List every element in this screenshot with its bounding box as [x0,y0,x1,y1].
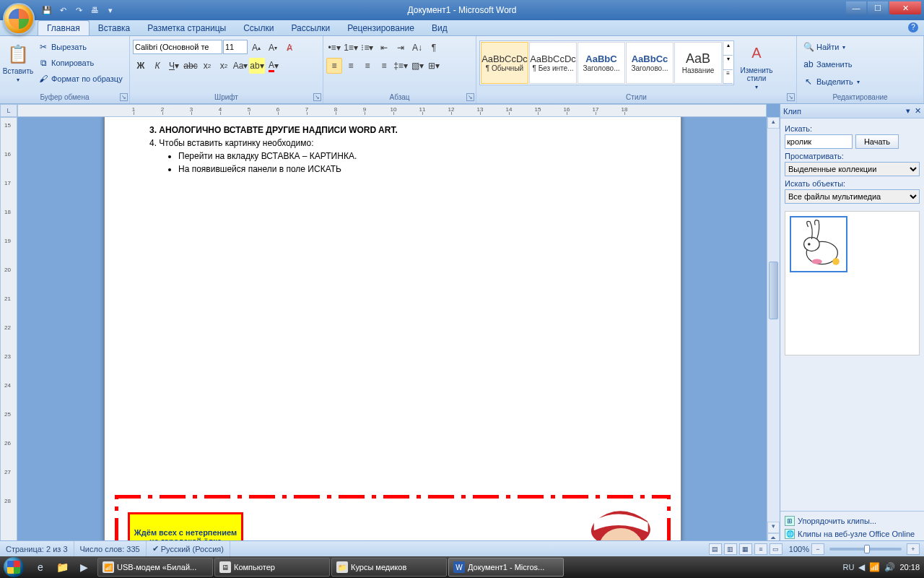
tab-layout[interactable]: Разметка страницы [139,21,235,35]
style-normal[interactable]: AaBbCcDc¶ Обычный [481,42,528,84]
media-icon[interactable]: ▶ [74,558,94,577]
borders-button[interactable]: ⊞▾ [426,58,442,74]
zoom-thumb[interactable] [864,545,870,553]
help-icon[interactable]: ? [908,22,918,33]
volume-icon[interactable]: 🔊 [884,562,895,572]
taskbar-item[interactable]: WДокумент1 - Micros... [448,558,564,577]
decrease-indent-button[interactable]: ⇤ [376,40,392,56]
taskbar-item[interactable]: 🖥Компьютер [214,558,330,577]
find-button[interactable]: 🔍Найти▾ [800,39,848,55]
qat-more-icon[interactable]: ▾ [104,4,117,17]
underline-button[interactable]: Ч▾ [166,58,182,74]
align-justify-button[interactable]: ≡ [376,58,392,74]
font-name-input[interactable] [133,40,222,54]
view-draft-button[interactable]: ▭ [770,543,783,555]
undo-icon[interactable]: ↶ [56,4,69,17]
highlight-button[interactable]: ab▾ [249,58,265,74]
show-marks-button[interactable]: ¶ [426,40,442,56]
start-button[interactable] [0,556,27,578]
zoom-level[interactable]: 100% [789,545,809,553]
select-button[interactable]: ↖Выделить▾ [800,74,863,90]
clip-search-input[interactable] [785,134,853,149]
increase-indent-button[interactable]: ⇥ [393,40,409,56]
clear-format-button[interactable]: A̷ [282,40,297,56]
tab-insert[interactable]: Вставка [90,21,139,35]
view-outline-button[interactable]: ≡ [754,543,767,555]
redo-icon[interactable]: ↷ [72,4,85,17]
ruler-corner[interactable]: L [0,104,17,117]
shading-button[interactable]: ▧▾ [409,58,425,74]
browse-select[interactable]: Выделенные коллекции [785,162,920,176]
style-heading2[interactable]: AaBbCcЗаголово... [626,42,674,84]
save-icon[interactable]: 💾 [40,4,53,17]
close-pane-icon[interactable]: ✕ [915,106,921,115]
style-gallery[interactable]: AaBbCcDc¶ Обычный AaBbCcDc¶ Без инте... … [479,40,734,85]
view-web-button[interactable]: ▦ [739,543,752,555]
quickprint-icon[interactable]: 🖶 [88,4,101,17]
explorer-icon[interactable]: 📁 [52,558,72,577]
status-word-count[interactable]: Число слов: 335 [74,541,147,556]
style-heading1[interactable]: AaBbCЗаголово... [578,42,625,84]
network-icon[interactable]: 📶 [869,562,880,572]
copy-button[interactable]: ⧉Копировать [35,55,126,71]
strike-button[interactable]: abc [183,58,199,74]
tray-icon[interactable]: ◀ [858,562,865,572]
subscript-button[interactable]: x2 [199,58,215,74]
status-language[interactable]: ✔Русский (Россия) [147,541,230,556]
align-right-button[interactable]: ≡ [359,58,375,74]
maximize-button[interactable]: ☐ [868,1,888,14]
zoom-in-button[interactable]: + [907,543,920,555]
dialog-launcher-icon[interactable]: ↘ [466,93,474,101]
dialog-launcher-icon[interactable]: ↘ [313,93,321,101]
tab-mailings[interactable]: Рассылки [282,21,339,35]
tab-references[interactable]: Ссылки [235,21,282,35]
italic-button[interactable]: К [149,58,165,74]
ie-icon[interactable]: e [30,558,51,577]
dialog-launcher-icon[interactable]: ↘ [120,93,128,101]
horizontal-ruler[interactable]: 123456789101112131415161718 [17,104,767,117]
font-size-input[interactable] [223,40,248,54]
scroll-down-icon[interactable]: ▾ [767,522,780,533]
objects-select[interactable]: Все файлы мультимедиа [785,189,920,204]
dialog-launcher-icon[interactable]: ↘ [787,93,795,101]
sort-button[interactable]: A↓ [409,40,425,56]
status-page[interactable]: Страница: 2 из 3 [0,541,74,556]
organize-clips-link[interactable]: ⊞Упорядочить клипы... [785,514,920,527]
view-fullscreen-button[interactable]: ▥ [724,543,737,555]
document-canvas[interactable]: 3. АНОЛОГИЧНО ВСТАВТЕ ДРУГИЕ НАДПИСИ WOR… [17,117,767,556]
taskbar-item[interactable]: 📁Курсы медиков [331,558,447,577]
cut-button[interactable]: ✂Вырезать [35,39,126,55]
view-print-layout-button[interactable]: ▤ [709,543,722,555]
zoom-slider[interactable] [829,548,902,551]
scroll-up-icon[interactable]: ▴ [767,117,780,129]
change-case-button[interactable]: Aa▾ [232,58,248,74]
office-button[interactable] [3,3,35,35]
tray-lang[interactable]: RU [843,563,855,571]
format-painter-button[interactable]: 🖌Формат по образцу [35,71,126,87]
tab-view[interactable]: Вид [423,21,456,35]
style-title[interactable]: АаВНазвание [674,42,722,84]
zoom-out-button[interactable]: − [811,543,824,555]
vertical-ruler[interactable]: 1516171819202122232425262728 [0,117,17,556]
shrink-font-button[interactable]: A▾ [265,40,281,56]
tab-home[interactable]: Главная [38,20,90,35]
tab-review[interactable]: Рецензирование [339,21,423,35]
style-nospacing[interactable]: AaBbCcDc¶ Без инте... [529,42,577,84]
style-gallery-scroll[interactable]: ▴▾≡ [723,42,733,84]
align-left-button[interactable]: ≡ [326,58,342,74]
grow-font-button[interactable]: A▴ [248,40,264,56]
bullets-button[interactable]: •≡▾ [326,40,342,56]
paste-button[interactable]: 📋 Вставить ▾ [3,38,33,88]
line-spacing-button[interactable]: ‡≡▾ [393,58,409,74]
replace-button[interactable]: abЗаменить [800,56,855,72]
clock[interactable]: 20:18 [899,563,920,571]
clips-online-link[interactable]: 🌐Клипы на веб-узле Office Online [785,527,920,540]
align-center-button[interactable]: ≡ [343,58,359,74]
superscript-button[interactable]: x2 [216,58,232,74]
font-color-button[interactable]: A▾ [266,58,282,74]
close-button[interactable]: ✕ [889,1,921,14]
clip-search-button[interactable]: Начать [855,134,899,149]
minimize-button[interactable]: — [846,1,866,14]
clip-result-rabbit[interactable] [790,216,847,272]
taskbar-item[interactable]: 📶USB-модем «Билай... [97,558,213,577]
